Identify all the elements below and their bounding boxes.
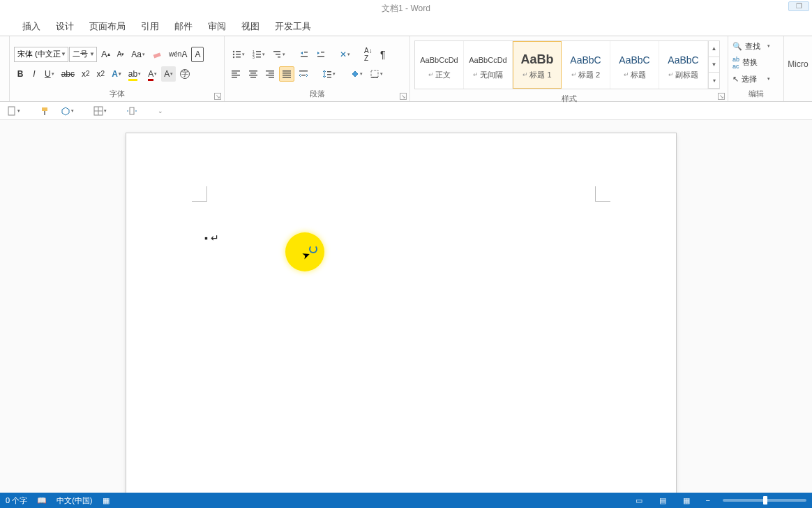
justify-button[interactable] xyxy=(279,66,294,82)
format-painter-button[interactable] xyxy=(37,103,54,119)
align-left-icon xyxy=(232,70,241,78)
grow-font-button[interactable]: A▴ xyxy=(98,47,113,62)
bullets-button[interactable]: ▾ xyxy=(229,47,248,62)
phonetic-guide-button[interactable]: wénA xyxy=(166,47,190,62)
gallery-scroll-more[interactable]: ▾ xyxy=(709,73,719,89)
style-preview: AaBbCcDd xyxy=(469,50,506,70)
find-button[interactable]: 🔍 查找 ▾ xyxy=(730,40,773,53)
zoom-slider-knob[interactable] xyxy=(763,496,767,505)
svg-rect-33 xyxy=(283,73,291,74)
font-size-combo[interactable]: 二号 ▼ xyxy=(69,47,97,62)
multilevel-list-button[interactable]: ▾ xyxy=(269,47,288,62)
read-mode-button[interactable]: ▭ xyxy=(632,495,646,506)
web-layout-button[interactable]: ▦ xyxy=(679,495,693,506)
align-left-button[interactable] xyxy=(229,66,244,82)
font-group-label: 字体 xyxy=(10,89,224,101)
sort-button[interactable]: A↓Z xyxy=(361,47,375,62)
italic-button[interactable]: I xyxy=(28,66,40,82)
print-layout-button[interactable]: ▤ xyxy=(656,495,670,506)
bold-button[interactable]: B xyxy=(14,66,27,82)
paragraph-group-label: 段落 xyxy=(225,89,409,101)
style-item-4[interactable]: AaBbC↵标题 xyxy=(610,41,659,89)
align-right-button[interactable] xyxy=(262,66,278,82)
svg-rect-44 xyxy=(42,107,47,111)
enclose-characters-button[interactable]: 字 xyxy=(177,66,193,82)
font-name-combo[interactable]: 宋体 (中文正 ▼ xyxy=(14,47,68,62)
change-case-button[interactable]: Aa▾ xyxy=(128,47,148,62)
select-objects-button[interactable]: ▾ xyxy=(58,103,77,119)
paragraph-group: ▾ 123▾ ▾ ✕▾ A↓Z ¶ xyxy=(225,36,410,101)
word-count[interactable]: 0 个字 xyxy=(6,495,27,506)
replace-button[interactable]: abac 替换 xyxy=(730,54,773,71)
svg-rect-34 xyxy=(283,75,291,76)
text-effects-button[interactable]: A▾ xyxy=(109,66,124,82)
style-item-1[interactable]: AaBbCcDd↵无间隔 xyxy=(464,41,513,89)
character-shading-button[interactable]: A▾ xyxy=(161,66,176,82)
shrink-font-button[interactable]: A▾ xyxy=(114,47,128,62)
line-spacing-button[interactable]: ▾ xyxy=(319,66,338,82)
gallery-scroll-down[interactable]: ▼ xyxy=(709,57,719,73)
align-center-icon xyxy=(248,70,258,78)
style-name: ↵标题 1 xyxy=(522,70,551,80)
asian-layout-button[interactable]: ✕▾ xyxy=(337,47,353,62)
decrease-indent-icon xyxy=(299,50,309,59)
distributed-button[interactable] xyxy=(296,66,311,82)
tab-review[interactable]: 审阅 xyxy=(206,17,227,36)
styles-dialog-launcher[interactable]: ↘ xyxy=(718,93,725,100)
document-page[interactable]: ▪ ↵ ➤ xyxy=(126,133,677,493)
zoom-slider[interactable] xyxy=(723,499,806,502)
numbering-button[interactable]: 123▾ xyxy=(249,47,268,62)
line-spacing-icon xyxy=(322,69,332,79)
tab-references[interactable]: 引用 xyxy=(140,17,160,36)
select-button[interactable]: ↖ 选择 ▾ xyxy=(730,73,773,86)
language-status[interactable]: 中文(中国) xyxy=(57,495,92,506)
tab-insert[interactable]: 插入 xyxy=(21,17,42,36)
style-item-5[interactable]: AaBbC↵副标题 xyxy=(659,41,708,89)
decrease-indent-button[interactable] xyxy=(296,47,312,62)
increase-indent-button[interactable] xyxy=(313,47,329,62)
table-button[interactable]: ▾ xyxy=(91,103,110,119)
macro-record-icon[interactable]: ▦ xyxy=(103,496,110,505)
show-hide-marks-button[interactable]: ¶ xyxy=(377,47,389,62)
spell-check-icon[interactable]: 📖 xyxy=(37,496,47,505)
overflow-button[interactable]: ⌄ xyxy=(154,103,167,119)
zoom-out-button[interactable]: − xyxy=(703,496,713,505)
style-name: ↵无间隔 xyxy=(473,70,503,80)
page-width-button[interactable] xyxy=(123,103,140,119)
svg-rect-20 xyxy=(232,70,240,72)
underline-button[interactable]: U▾ xyxy=(42,66,57,82)
new-style-button[interactable]: ▾ xyxy=(4,103,23,119)
paragraph-dialog-launcher[interactable]: ↘ xyxy=(400,93,407,100)
clear-formatting-button[interactable] xyxy=(149,47,165,62)
subscript-button[interactable]: x2 xyxy=(79,66,93,82)
tab-design[interactable]: 设计 xyxy=(54,17,75,36)
margin-corner-top-right xyxy=(595,186,610,202)
secondary-toolbar: ▾ ▾ ▾ ⌄ xyxy=(0,102,812,120)
superscript-button[interactable]: x2 xyxy=(94,66,108,82)
svg-point-1 xyxy=(233,50,234,52)
font-dialog-launcher[interactable]: ↘ xyxy=(214,93,221,100)
align-center-button[interactable] xyxy=(246,66,261,82)
style-item-0[interactable]: AaBbCcDd↵正文 xyxy=(415,41,464,89)
tab-view[interactable]: 视图 xyxy=(240,17,261,36)
character-border-button[interactable]: A xyxy=(191,47,204,62)
window-restore-button[interactable]: ❐ xyxy=(788,1,809,11)
tab-developer[interactable]: 开发工具 xyxy=(273,17,313,36)
document-title: 文档1 - Word xyxy=(382,3,430,13)
style-item-3[interactable]: AaBbC↵标题 2 xyxy=(562,41,610,89)
style-item-2[interactable]: AaBb↵标题 1 xyxy=(513,41,562,89)
svg-rect-17 xyxy=(304,52,308,53)
highlight-color-button[interactable]: ab▾ xyxy=(126,66,144,82)
style-name: ↵标题 xyxy=(624,70,646,80)
svg-rect-32 xyxy=(283,70,291,72)
tab-layout[interactable]: 页面布局 xyxy=(88,17,127,36)
chevron-down-icon: ▼ xyxy=(89,51,95,57)
document-area: ▪ ↵ ➤ xyxy=(0,120,812,493)
shading-button[interactable]: ▾ xyxy=(347,66,366,82)
gallery-scroll-up[interactable]: ▲ xyxy=(709,41,719,57)
borders-button[interactable]: ▾ xyxy=(367,66,386,82)
svg-rect-23 xyxy=(232,77,237,78)
strikethrough-button[interactable]: abc xyxy=(59,66,77,82)
tab-mailings[interactable]: 邮件 xyxy=(173,17,194,36)
font-color-button[interactable]: A▾ xyxy=(145,66,160,82)
